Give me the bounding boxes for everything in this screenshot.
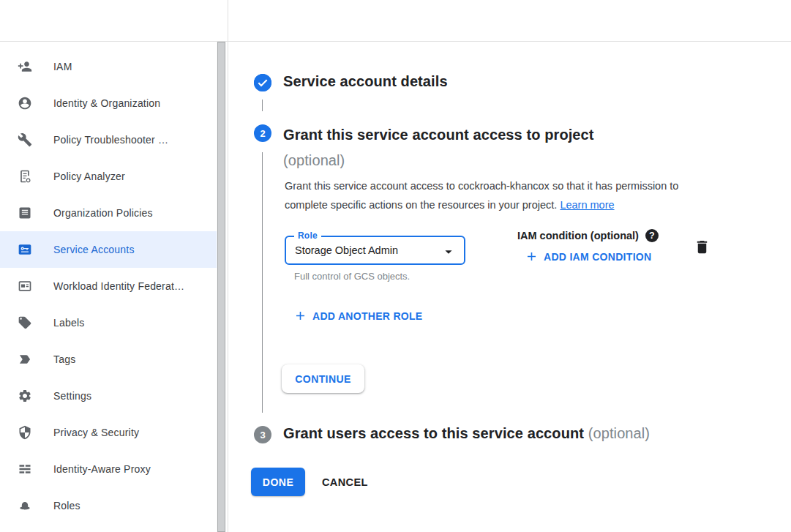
sidebar-scrollbar-thumb[interactable] xyxy=(217,42,225,532)
cancel-button[interactable]: CANCEL xyxy=(322,468,368,496)
sidebar-item-label: Workload Identity Federat… xyxy=(53,280,184,292)
sidebar-item-label: Tags xyxy=(53,353,75,365)
done-button[interactable]: DONE xyxy=(251,468,305,496)
sidebar-item-label: IAM xyxy=(53,61,72,72)
step-connector xyxy=(262,152,263,413)
iam-condition-row: IAM condition (optional) ? xyxy=(517,229,659,242)
sidebar-item-label: Roles xyxy=(53,500,80,512)
plus-icon xyxy=(525,250,539,263)
create-service-account-page: IAM & Admin Create service account IAM I… xyxy=(0,0,791,532)
sidebar-item-settings[interactable]: Settings xyxy=(0,378,217,414)
sidebar-item-workload-identity-federation[interactable]: Workload Identity Federat… xyxy=(0,268,217,304)
step2-circle: 2 xyxy=(254,124,271,142)
check-circle-icon xyxy=(254,74,271,91)
learn-more-link[interactable]: Learn more xyxy=(560,199,614,211)
sidebar-item-policy-troubleshooter[interactable]: Policy Troubleshooter … xyxy=(0,121,217,158)
sidebar-item-label: Identity & Organization xyxy=(53,97,160,109)
role-field-label: Role xyxy=(294,231,321,241)
trash-icon xyxy=(694,239,711,255)
step3-title: Grant users access to this service accou… xyxy=(283,425,650,442)
sidebar-item-labels[interactable]: Labels xyxy=(0,304,217,341)
proxy-stripes-icon xyxy=(18,462,32,476)
sidebar-item-identity-organization[interactable]: Identity & Organization xyxy=(0,85,217,121)
sidebar-nav: IAM Identity & Organization Policy Troub… xyxy=(0,48,217,524)
service-account-key-icon xyxy=(18,242,32,257)
step2-title-text: Grant this service account access to pro… xyxy=(283,127,594,143)
step-connector xyxy=(262,100,263,111)
gear-icon xyxy=(18,389,32,403)
add-another-role-button[interactable]: ADD ANOTHER ROLE xyxy=(293,309,423,323)
sidebar-item-policy-analyzer[interactable]: Policy Analyzer xyxy=(0,158,217,195)
continue-button[interactable]: CONTINUE xyxy=(282,364,364,393)
tag-arrow-icon xyxy=(18,352,32,367)
delete-role-button[interactable] xyxy=(692,239,711,258)
add-iam-condition-label: ADD IAM CONDITION xyxy=(544,251,651,263)
sidebar-item-label: Policy Troubleshooter … xyxy=(53,134,168,146)
step2-title: Grant this service account access to pro… xyxy=(283,122,722,173)
role-selected-value: Storage Object Admin xyxy=(286,244,398,256)
sidebar-item-label: Settings xyxy=(53,390,91,402)
sidebar-item-label: Organization Policies xyxy=(53,207,153,219)
sidebar-item-label: Identity-Aware Proxy xyxy=(53,463,151,475)
roles-hat-icon xyxy=(18,498,32,513)
shield-half-icon xyxy=(18,425,32,440)
label-tag-icon xyxy=(18,315,32,330)
role-select[interactable]: Role Storage Object Admin xyxy=(285,236,465,265)
step3-optional-text: (optional) xyxy=(588,425,650,441)
document-list-icon xyxy=(18,206,32,220)
sidebar-item-privacy-security[interactable]: Privacy & Security xyxy=(0,414,217,451)
add-iam-condition-button[interactable]: ADD IAM CONDITION xyxy=(525,250,651,263)
sidebar-item-label: Service Accounts xyxy=(53,244,135,255)
sidebar-item-label: Policy Analyzer xyxy=(53,171,125,182)
id-card-icon xyxy=(18,279,32,293)
iam-condition-label: IAM condition (optional) xyxy=(517,230,639,241)
role-helper-text: Full control of GCS objects. xyxy=(294,271,410,282)
step2-number: 2 xyxy=(260,128,265,139)
identity-person-icon xyxy=(18,96,32,110)
sidebar-item-organization-policies[interactable]: Organization Policies xyxy=(0,195,217,231)
step3-number: 3 xyxy=(260,430,265,441)
step2-optional-text: (optional) xyxy=(283,152,345,168)
sidebar-item-label: Labels xyxy=(53,317,84,329)
chevron-down-icon xyxy=(441,244,457,260)
sidebar-item-label: Privacy & Security xyxy=(53,427,139,438)
sidebar-scrollbar-track xyxy=(217,42,226,532)
add-another-role-label: ADD ANOTHER ROLE xyxy=(312,310,423,322)
help-icon[interactable]: ? xyxy=(645,229,659,242)
sidebar-item-tags[interactable]: Tags xyxy=(0,341,217,378)
sidebar-item-roles[interactable]: Roles xyxy=(0,487,217,524)
app-header xyxy=(0,0,791,42)
step3-circle: 3 xyxy=(254,426,271,443)
step2-description: Grant this service account access to coc… xyxy=(285,177,719,214)
person-add-icon xyxy=(18,59,32,74)
wrench-icon xyxy=(18,132,32,147)
sidebar-divider xyxy=(228,0,228,532)
step3-title-text: Grant users access to this service accou… xyxy=(283,425,584,441)
step2-description-text: Grant this service account access to coc… xyxy=(285,180,678,211)
sidebar-item-service-accounts[interactable]: Service Accounts xyxy=(0,231,217,268)
policy-analyzer-doc-icon xyxy=(18,169,32,184)
plus-icon xyxy=(293,309,307,323)
sidebar-item-identity-aware-proxy[interactable]: Identity-Aware Proxy xyxy=(0,451,217,487)
step1-title: Service account details xyxy=(283,73,448,90)
sidebar-item-iam[interactable]: IAM xyxy=(0,48,217,85)
